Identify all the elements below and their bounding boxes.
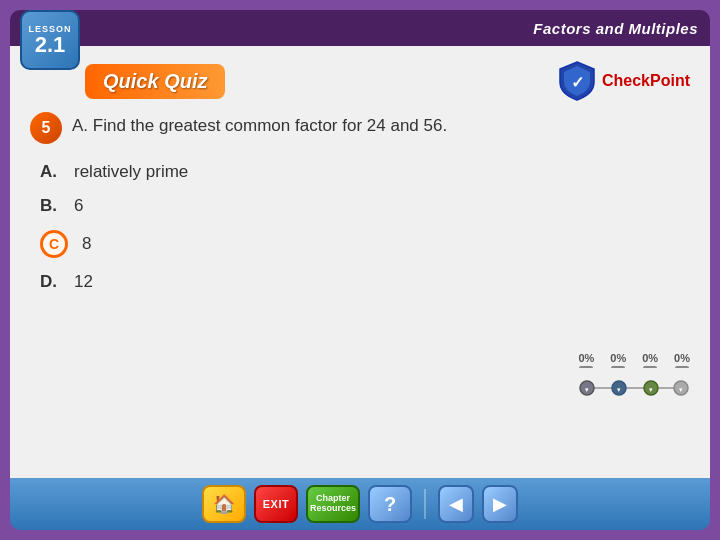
poll-area: 0% 0% 0% 0% bbox=[578, 328, 690, 398]
poll-pct-a: 0% bbox=[578, 352, 594, 364]
svg-text:▾: ▾ bbox=[679, 386, 683, 393]
svg-text:▾: ▾ bbox=[617, 386, 621, 393]
answer-letter-a: A. bbox=[40, 162, 60, 182]
correct-circle-letter: C bbox=[49, 236, 59, 252]
poll-pct-d: 0% bbox=[674, 352, 690, 364]
question-row: 5 A. Find the greatest common factor for… bbox=[30, 112, 690, 144]
svg-text:▾: ▾ bbox=[649, 386, 653, 393]
answers-section: A. relatively prime B. 6 C 8 D. 12 bbox=[40, 162, 690, 468]
answer-text-d: 12 bbox=[74, 272, 93, 292]
answer-row-c[interactable]: C 8 bbox=[40, 230, 690, 258]
answer-row-b[interactable]: B. 6 bbox=[40, 196, 690, 216]
header-row: Quick Quiz ✓ CheckPoint bbox=[85, 60, 690, 102]
poll-bars: 0% 0% 0% 0% bbox=[578, 328, 690, 368]
help-icon: ? bbox=[384, 493, 396, 516]
help-button[interactable]: ? bbox=[368, 485, 412, 523]
poll-pct-b: 0% bbox=[610, 352, 626, 364]
correct-answer-indicator: C bbox=[40, 230, 68, 258]
home-icon: 🏠 bbox=[213, 493, 235, 515]
poll-slider-svg: ▾ ▾ ▾ ▾ bbox=[579, 378, 689, 398]
svg-text:✓: ✓ bbox=[570, 74, 583, 91]
poll-bar-fill-a bbox=[579, 366, 593, 368]
next-icon: ▶ bbox=[493, 493, 507, 515]
poll-bar-c: 0% bbox=[642, 352, 658, 368]
poll-bar-d: 0% bbox=[674, 352, 690, 368]
top-bar: Factors and Multiples bbox=[10, 10, 710, 46]
checkpoint-shield-icon: ✓ bbox=[558, 60, 596, 102]
checkpoint-logo: ✓ CheckPoint bbox=[558, 60, 690, 102]
toolbar-separator bbox=[424, 489, 426, 519]
poll-bar-fill-b bbox=[611, 366, 625, 368]
question-text: A. Find the greatest common factor for 2… bbox=[72, 112, 447, 136]
chapter-resources-button[interactable]: ChapterResources bbox=[306, 485, 360, 523]
answer-text-c: 8 bbox=[82, 234, 91, 254]
app-frame: Factors and Multiples LESSON 2.1 Quick Q… bbox=[10, 10, 710, 530]
prev-button[interactable]: ◀ bbox=[438, 485, 474, 523]
answer-row-d[interactable]: D. 12 bbox=[40, 272, 690, 292]
answer-letter-d: D. bbox=[40, 272, 60, 292]
svg-text:▾: ▾ bbox=[585, 386, 589, 393]
main-content: LESSON 2.1 Quick Quiz ✓ CheckPoint 5 A. … bbox=[10, 46, 710, 478]
bottom-toolbar: 🏠 EXIT ChapterResources ? ◀ ▶ bbox=[10, 478, 710, 530]
poll-bar-b: 0% bbox=[610, 352, 626, 368]
lesson-badge: LESSON 2.1 bbox=[20, 10, 80, 70]
prev-icon: ◀ bbox=[449, 493, 463, 515]
poll-bar-a: 0% bbox=[578, 352, 594, 368]
checkpoint-label: CheckPoint bbox=[602, 72, 690, 90]
exit-button[interactable]: EXIT bbox=[254, 485, 298, 523]
question-number: 5 bbox=[30, 112, 62, 144]
poll-bar-fill-d bbox=[675, 366, 689, 368]
home-button[interactable]: 🏠 bbox=[202, 485, 246, 523]
lesson-number: 2.1 bbox=[35, 34, 66, 56]
answer-text-a: relatively prime bbox=[74, 162, 188, 182]
chapter-resources-label: ChapterResources bbox=[310, 494, 356, 514]
exit-label: EXIT bbox=[263, 498, 289, 510]
poll-slider: ▾ ▾ ▾ ▾ bbox=[579, 378, 689, 398]
next-button[interactable]: ▶ bbox=[482, 485, 518, 523]
answer-row-a[interactable]: A. relatively prime bbox=[40, 162, 690, 182]
answer-text-b: 6 bbox=[74, 196, 83, 216]
quick-quiz-banner: Quick Quiz bbox=[85, 64, 225, 99]
poll-bar-fill-c bbox=[643, 366, 657, 368]
answer-letter-b: B. bbox=[40, 196, 60, 216]
poll-pct-c: 0% bbox=[642, 352, 658, 364]
quick-quiz-title: Quick Quiz bbox=[103, 70, 207, 92]
top-bar-title: Factors and Multiples bbox=[533, 20, 698, 37]
